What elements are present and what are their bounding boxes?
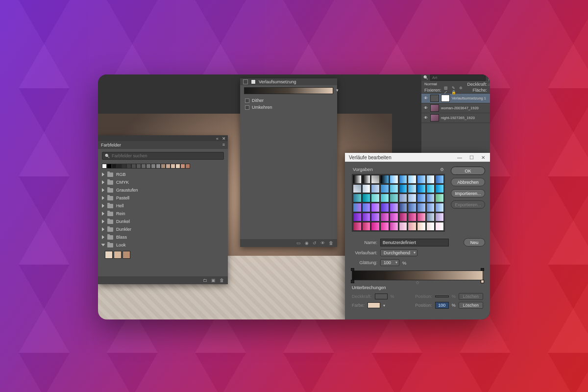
swatch[interactable] bbox=[136, 164, 141, 169]
swatch-folder[interactable]: Rein bbox=[98, 210, 228, 218]
gradient-preset[interactable] bbox=[435, 203, 444, 212]
folder-new-icon[interactable]: 🗀 bbox=[203, 278, 207, 283]
opacity-stop-left[interactable] bbox=[351, 268, 354, 271]
gradient-preset[interactable] bbox=[380, 203, 389, 212]
gradient-preset[interactable] bbox=[362, 184, 371, 193]
gradient-preset[interactable] bbox=[390, 213, 398, 221]
dialog-titlebar[interactable]: Verläufe bearbeiten — ☐ ✕ bbox=[345, 153, 490, 162]
gradient-preset[interactable] bbox=[399, 213, 408, 221]
gradient-preset[interactable] bbox=[353, 194, 362, 202]
layer-row[interactable]: 👁 woman-2003647_1920 bbox=[421, 103, 490, 113]
visibility-icon[interactable]: 👁 bbox=[423, 106, 428, 110]
recent-swatches[interactable] bbox=[98, 163, 228, 171]
swatch[interactable] bbox=[102, 164, 107, 169]
gradient-preset[interactable] bbox=[435, 222, 444, 231]
swatch[interactable] bbox=[112, 164, 117, 169]
smoothness-input[interactable]: 100 bbox=[380, 259, 399, 266]
gradient-preset[interactable] bbox=[426, 213, 435, 221]
gradient-preset[interactable] bbox=[362, 194, 371, 202]
gradient-preset[interactable] bbox=[399, 194, 408, 202]
close-icon[interactable]: ✕ bbox=[221, 136, 226, 141]
gradient-preset[interactable] bbox=[353, 184, 362, 193]
gradient-preset[interactable] bbox=[435, 184, 444, 193]
gradient-preset[interactable] bbox=[371, 184, 380, 193]
swatch-delete-icon[interactable]: 🗑 bbox=[220, 278, 224, 283]
ok-button[interactable]: OK bbox=[451, 167, 485, 175]
gradient-preset[interactable] bbox=[399, 175, 408, 184]
swatch-folder[interactable]: Blass bbox=[98, 233, 228, 241]
color-swatch-button[interactable] bbox=[368, 302, 380, 308]
gradient-preset[interactable] bbox=[380, 184, 389, 193]
gradient-preset[interactable] bbox=[371, 213, 380, 221]
layer-mask-thumb[interactable] bbox=[441, 95, 450, 102]
gradient-preview-bar[interactable] bbox=[244, 87, 333, 94]
import-button[interactable]: Importieren... bbox=[451, 189, 485, 197]
gradient-preset[interactable] bbox=[371, 222, 380, 231]
opacity-stop-right[interactable] bbox=[481, 268, 484, 271]
gradient-preset[interactable] bbox=[417, 203, 426, 212]
swatch[interactable] bbox=[156, 164, 161, 169]
gradient-preset[interactable] bbox=[390, 194, 398, 202]
swatch-folder[interactable]: RGB bbox=[98, 171, 228, 178]
swatch-folder[interactable]: Dunkler bbox=[98, 225, 228, 233]
gradient-preset[interactable] bbox=[408, 222, 416, 231]
layer-thumb[interactable] bbox=[430, 104, 439, 112]
swatch-folder[interactable]: Graustufen bbox=[98, 186, 228, 194]
layer-thumb[interactable] bbox=[430, 95, 439, 102]
reverse-checkbox[interactable]: Umkehren bbox=[240, 104, 337, 111]
gradient-ramp[interactable]: ◇ bbox=[352, 270, 483, 280]
swatch[interactable] bbox=[180, 164, 185, 169]
gradient-preset[interactable] bbox=[390, 184, 398, 193]
gradient-preset[interactable] bbox=[353, 175, 362, 184]
swatch[interactable] bbox=[122, 164, 126, 169]
gradient-preset[interactable] bbox=[399, 222, 408, 231]
gradient-preset[interactable] bbox=[408, 203, 416, 212]
swatch[interactable] bbox=[161, 164, 166, 169]
gradient-preset[interactable] bbox=[362, 213, 371, 221]
reset-icon[interactable]: ↺ bbox=[313, 241, 317, 245]
visibility-icon[interactable]: 👁 bbox=[423, 96, 428, 100]
gradient-preset[interactable] bbox=[390, 222, 398, 231]
midpoint-marker[interactable]: ◇ bbox=[416, 280, 419, 285]
visibility-icon[interactable]: 👁 bbox=[423, 116, 428, 120]
swatch-new-icon[interactable]: ▣ bbox=[211, 278, 216, 283]
gradient-preset[interactable] bbox=[408, 175, 416, 184]
gradient-preset[interactable] bbox=[426, 222, 435, 231]
swatches-search-input[interactable] bbox=[112, 153, 221, 158]
swatch[interactable] bbox=[146, 164, 151, 169]
swatch[interactable] bbox=[175, 164, 180, 169]
swatch[interactable] bbox=[151, 164, 156, 169]
swatch[interactable] bbox=[126, 164, 131, 169]
gradient-preset[interactable] bbox=[426, 194, 435, 202]
swatch[interactable] bbox=[131, 164, 136, 169]
color-stop-right[interactable] bbox=[481, 280, 484, 283]
panel-menu-icon[interactable]: ≡ bbox=[221, 142, 226, 147]
presets-menu-icon[interactable] bbox=[440, 167, 444, 172]
dither-checkbox[interactable]: Dither bbox=[240, 97, 337, 104]
layer-thumb[interactable] bbox=[430, 114, 439, 122]
cancel-button[interactable]: Abbrechen bbox=[451, 178, 485, 186]
swatch[interactable] bbox=[122, 251, 130, 259]
gradient-preset[interactable] bbox=[426, 184, 435, 193]
color-delete-button[interactable]: Löschen bbox=[459, 302, 483, 309]
color-position-input[interactable] bbox=[435, 302, 449, 309]
swatch[interactable] bbox=[166, 164, 171, 169]
swatch-folder[interactable]: Look bbox=[98, 241, 228, 249]
swatch-folder[interactable]: Dunkel bbox=[98, 218, 228, 225]
gradient-preset[interactable] bbox=[371, 175, 380, 184]
preset-grid[interactable] bbox=[352, 174, 445, 232]
swatch[interactable] bbox=[141, 164, 146, 169]
gradient-preset[interactable] bbox=[408, 213, 416, 221]
new-button[interactable]: Neu bbox=[464, 238, 485, 246]
swatch[interactable] bbox=[117, 164, 122, 169]
color-stop-left[interactable] bbox=[351, 280, 354, 283]
gradient-preset[interactable] bbox=[417, 213, 426, 221]
gradient-preset[interactable] bbox=[353, 213, 362, 221]
visibility-icon[interactable]: 👁 bbox=[320, 241, 325, 245]
gradient-name-input[interactable] bbox=[380, 239, 449, 246]
gradient-preset[interactable] bbox=[435, 213, 444, 221]
gradient-type-dropdown[interactable]: Durchgehend bbox=[380, 249, 417, 256]
gradient-preset[interactable] bbox=[380, 175, 389, 184]
layers-filter-input[interactable] bbox=[430, 74, 486, 81]
gradient-preset[interactable] bbox=[371, 203, 380, 212]
